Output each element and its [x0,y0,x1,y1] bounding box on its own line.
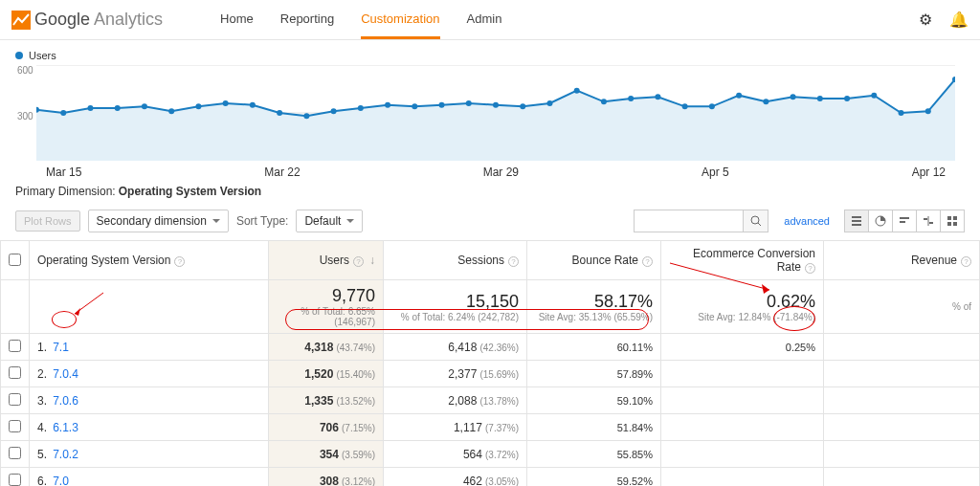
row-index: 2. [37,367,47,381]
secondary-dimension-select[interactable]: Secondary dimension [88,210,229,232]
svg-point-13 [277,110,282,116]
table-row: 5. 7.0.2354 (3.59%)564 (3.72%)55.85% [1,441,980,468]
row-bounce: 57.89% [527,361,661,387]
search-button[interactable] [744,210,768,232]
row-ecr [661,414,824,441]
col-bounce[interactable]: Bounce Rate? [527,241,661,280]
row-index: 4. [37,421,47,434]
nav-tab-home[interactable]: Home [220,11,254,28]
table-row: 2. 7.0.41,520 (15.40%)2,377 (15.69%)57.8… [1,361,980,387]
view-pivot-icon[interactable] [940,210,965,232]
total-sessions-sub: % of Total: 6.24% (242,782) [391,312,519,322]
nav-tab-customization[interactable]: Customization [361,11,439,39]
row-ecr [661,361,824,387]
brand-google: Google [34,10,90,30]
col-ecr[interactable]: Ecommerce Conversion Rate? [661,241,824,280]
row-users: 1,335 [304,394,333,408]
os-version-link[interactable]: 7.0 [53,475,69,487]
row-checkbox[interactable] [9,420,21,432]
view-table-icon[interactable] [844,210,869,232]
search-input[interactable] [634,210,744,232]
row-revenue [824,468,980,487]
row-users-pct: (43.74%) [336,342,375,353]
col-users[interactable]: Users?↓ [269,241,384,280]
help-icon[interactable]: ? [642,256,653,267]
bell-icon[interactable]: 🔔 [949,11,969,29]
row-revenue [824,387,980,414]
svg-point-14 [303,113,309,119]
svg-point-22 [520,103,525,109]
svg-point-15 [331,108,337,114]
row-users: 706 [320,421,339,434]
advanced-link[interactable]: advanced [784,215,830,227]
os-version-link[interactable]: 7.0.2 [53,448,78,461]
row-sessions: 6,418 [448,341,477,354]
col-revenue[interactable]: Revenue? [824,241,980,280]
total-ecr: 0.62% [669,292,815,312]
row-bounce: 59.10% [527,387,661,414]
help-icon[interactable]: ? [353,256,364,267]
chart-legend: Users [15,46,965,65]
row-users: 4,318 [304,341,333,354]
col-os[interactable]: Operating System Version? [30,241,269,280]
select-all-checkbox[interactable] [9,254,21,266]
plot-rows-button: Plot Rows [15,210,80,232]
total-users-sub: % of Total: 6.65% (146,967) [277,306,375,327]
svg-point-30 [736,93,742,99]
chevron-down-icon [212,219,220,223]
row-checkbox[interactable] [9,340,21,352]
total-bounce: 58.17% [535,292,653,312]
y-tick: 300 [17,111,33,122]
svg-point-7 [115,105,121,111]
gear-icon[interactable]: ⚙ [919,11,932,29]
os-version-link[interactable]: 7.0.6 [53,394,78,408]
svg-point-19 [439,102,445,108]
secondary-dimension-label: Secondary dimension [97,214,207,228]
row-checkbox[interactable] [9,447,21,459]
row-bounce: 51.84% [527,414,661,441]
search-icon [750,215,762,227]
help-icon[interactable]: ? [508,256,519,267]
legend-label: Users [29,50,56,61]
help-icon[interactable]: ? [961,256,971,267]
row-sessions: 564 [463,448,482,461]
row-checkbox[interactable] [9,474,21,486]
row-checkbox[interactable] [9,366,21,379]
select-all-header [1,241,30,280]
svg-rect-50 [947,216,951,220]
row-checkbox[interactable] [9,393,21,406]
os-version-link[interactable]: 7.0.4 [53,367,78,381]
svg-point-36 [899,110,904,116]
row-sessions-pct: (7.37%) [485,423,519,433]
help-icon[interactable]: ? [805,263,815,274]
col-sessions[interactable]: Sessions? [384,241,527,280]
row-bounce: 60.11% [527,334,661,361]
svg-line-40 [758,223,761,226]
svg-point-16 [358,105,364,111]
view-compare-icon[interactable] [916,210,941,232]
view-bar-icon[interactable] [892,210,917,232]
chart-x-axis: Mar 15Mar 22Mar 29Apr 5Apr 12 [36,164,955,179]
nav-tab-reporting[interactable]: Reporting [280,11,334,28]
svg-rect-46 [900,221,905,223]
svg-rect-45 [900,217,909,219]
row-users: 1,520 [304,367,333,381]
view-pie-icon[interactable] [868,210,893,232]
nav-tab-admin[interactable]: Admin [467,11,502,28]
row-sessions-pct: (3.72%) [485,450,519,460]
row-sessions: 2,088 [448,394,477,408]
svg-point-39 [751,216,759,224]
os-version-link[interactable]: 6.1.3 [53,421,78,434]
help-icon[interactable]: ? [174,256,185,267]
row-sessions-pct: (3.05%) [485,476,519,487]
table-row: 6. 7.0308 (3.12%)462 (3.05%)59.52% [1,468,980,487]
total-revenue-sub: % of [832,301,971,312]
svg-point-32 [791,94,796,99]
row-index: 5. [37,448,47,461]
sort-type-select[interactable]: Default [296,210,363,232]
svg-rect-43 [852,224,861,226]
x-tick: Mar 22 [264,166,300,179]
os-version-link[interactable]: 7.1 [53,341,69,354]
svg-point-29 [709,103,715,109]
ga-logo-icon [11,11,31,30]
